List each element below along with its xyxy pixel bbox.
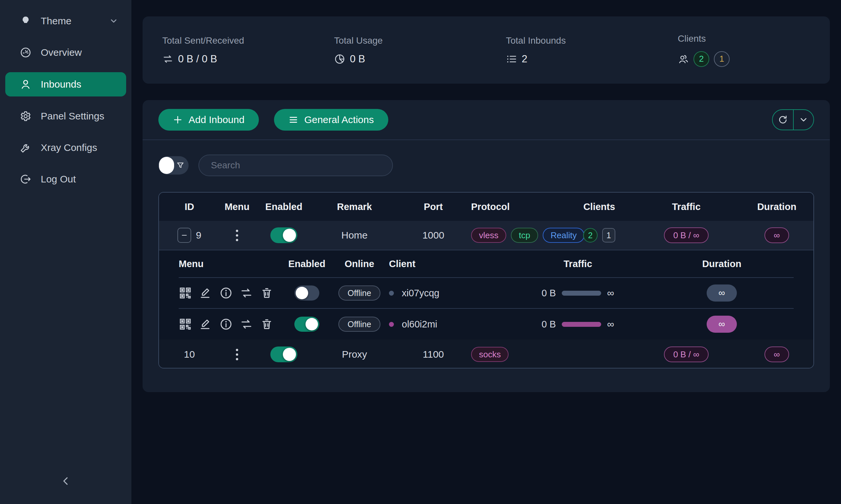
inbound-id: 10 [184, 349, 195, 360]
stat-value: 2 [522, 53, 527, 65]
online-status-badge: Offline [338, 286, 380, 301]
qr-code-icon[interactable] [179, 286, 192, 300]
col-header-enabled: Enabled [254, 201, 313, 212]
sub-col-header-duration: Duration [649, 258, 795, 269]
refresh-button[interactable] [773, 110, 793, 130]
inbound-remark: Home [313, 230, 396, 241]
general-actions-button[interactable]: General Actions [274, 109, 388, 131]
reset-traffic-icon[interactable] [240, 318, 253, 331]
xui-panel-app: Theme Overview Inbounds Panel Settings X… [0, 0, 841, 504]
filter-toggle[interactable] [158, 156, 189, 175]
sidebar-item-theme[interactable]: Theme [0, 5, 132, 37]
chevron-down-icon [109, 16, 118, 25]
general-actions-label: General Actions [304, 114, 374, 125]
chevron-left-icon [60, 475, 71, 487]
inbounds-table: ID Menu Enabled Remark Port Protocol Cli… [158, 192, 814, 368]
col-header-traffic: Traffic [632, 201, 740, 212]
inbound-id: 9 [196, 230, 201, 241]
sub-col-header-menu: Menu [179, 258, 284, 269]
inbound-port: 1000 [396, 230, 471, 241]
table-row-inbound-10: 10 Proxy 1100 socks 0 B / ∞ ∞ [159, 340, 813, 368]
menu-lines-icon [289, 115, 298, 125]
subtable-header-row: Menu Enabled Online Client Traffic Durat… [179, 250, 794, 278]
clients-subtable: Menu Enabled Online Client Traffic Durat… [159, 250, 813, 340]
main-content: Total Sent/Received 0 B / 0 B Total Usag… [132, 0, 841, 504]
inbound-enabled-toggle[interactable] [270, 228, 297, 243]
gear-icon [20, 110, 32, 122]
dashboard-icon [20, 47, 32, 58]
logout-icon [20, 173, 32, 185]
sidebar-item-log-out[interactable]: Log Out [0, 163, 132, 195]
stat-label: Total Inbounds [506, 35, 658, 46]
pie-chart-icon [334, 53, 345, 65]
info-icon[interactable] [220, 286, 233, 300]
client-row-xi07ycqg: Offline xi07ycqg 0 B ∞ ∞ [179, 278, 794, 309]
sidebar-item-label: Log Out [41, 174, 76, 185]
search-row [142, 140, 830, 176]
protocol-tag: vless [471, 228, 506, 243]
inbounds-panel-card: Add Inbound General Actions [142, 100, 830, 392]
reset-traffic-icon[interactable] [240, 286, 253, 300]
duration-pill[interactable]: ∞ [765, 346, 789, 362]
traffic-cap: ∞ [607, 287, 614, 299]
add-inbound-label: Add Inbound [189, 114, 244, 125]
client-duration-pill[interactable]: ∞ [707, 285, 737, 302]
col-header-protocol: Protocol [471, 201, 566, 212]
refresh-dropdown-button[interactable] [793, 110, 813, 130]
edit-icon[interactable] [199, 318, 212, 331]
trash-icon[interactable] [260, 318, 273, 331]
sub-col-header-online: Online [330, 258, 389, 269]
stats-card: Total Sent/Received 0 B / 0 B Total Usag… [142, 16, 830, 84]
traffic-progress-bar [562, 291, 601, 295]
traffic-used: 0 B [542, 319, 556, 330]
trash-icon[interactable] [260, 286, 273, 300]
sidebar-item-xray-configs[interactable]: Xray Configs [0, 132, 132, 163]
sidebar-item-overview[interactable]: Overview [0, 37, 132, 68]
col-header-menu: Menu [220, 201, 254, 212]
add-inbound-button[interactable]: Add Inbound [158, 109, 259, 131]
people-icon [678, 53, 689, 65]
clients-count-badge: 2 [583, 228, 598, 242]
traffic-progress-bar [562, 322, 601, 327]
stat-label: Total Usage [334, 35, 486, 46]
sidebar: Theme Overview Inbounds Panel Settings X… [0, 0, 132, 504]
table-row-inbound-9: 9 Home 1000 vless tcp Reality 2 1 [159, 221, 813, 250]
traffic-pill[interactable]: 0 B / ∞ [664, 228, 708, 243]
inbound-port: 1100 [396, 349, 471, 360]
user-icon [20, 78, 32, 90]
client-enabled-toggle[interactable] [294, 317, 319, 332]
traffic-pill[interactable]: 0 B / ∞ [664, 346, 708, 362]
qr-code-icon[interactable] [179, 318, 192, 331]
sidebar-item-label: Inbounds [41, 79, 81, 90]
minus-icon [181, 232, 188, 239]
edit-icon[interactable] [199, 286, 212, 300]
clients-extra-badge: 1 [602, 228, 615, 242]
inbound-enabled-toggle[interactable] [270, 346, 297, 362]
sidebar-item-panel-settings[interactable]: Panel Settings [0, 101, 132, 132]
row-menu-button[interactable] [234, 347, 240, 362]
refresh-icon [778, 115, 788, 125]
sub-col-header-client: Client [389, 258, 507, 269]
client-enabled-toggle[interactable] [294, 286, 319, 301]
clients-total-badge: 1 [714, 51, 730, 67]
col-header-id: ID [159, 201, 220, 212]
duration-pill[interactable]: ∞ [765, 228, 789, 243]
online-status-badge: Offline [338, 317, 380, 332]
collapse-row-button[interactable] [177, 228, 191, 243]
transfer-arrows-icon [162, 53, 173, 65]
info-icon[interactable] [220, 318, 233, 331]
client-color-dot [389, 322, 394, 327]
chevron-down-icon [799, 115, 808, 125]
wrench-icon [20, 142, 32, 154]
search-input[interactable] [199, 155, 393, 176]
protocol-tag: socks [471, 347, 509, 362]
sidebar-item-inbounds[interactable]: Inbounds [5, 72, 126, 96]
list-icon [506, 53, 517, 65]
client-row-ol60i2mi: Offline ol60i2mi 0 B ∞ ∞ [179, 309, 794, 340]
sidebar-item-label: Theme [41, 15, 71, 26]
sidebar-collapse-button[interactable] [54, 470, 77, 492]
client-color-dot [389, 291, 394, 295]
clients-online-badge: 2 [693, 51, 709, 67]
client-duration-pill[interactable]: ∞ [707, 316, 737, 333]
row-menu-button[interactable] [234, 228, 240, 243]
